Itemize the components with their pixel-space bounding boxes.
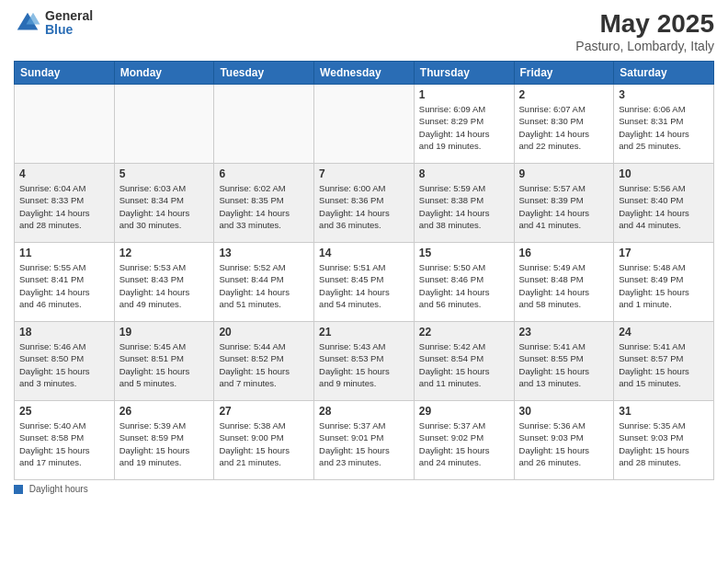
header-saturday: Saturday [614, 62, 714, 85]
cell-content: Sunrise: 5:48 AM Sunset: 8:49 PM Dayligh… [619, 261, 709, 310]
header-row: Sunday Monday Tuesday Wednesday Thursday… [15, 62, 714, 85]
day-number: 19 [119, 326, 210, 339]
day-number: 11 [19, 247, 109, 259]
calendar-cell: 11Sunrise: 5:55 AM Sunset: 8:41 PM Dayli… [15, 243, 115, 322]
calendar-cell: 7Sunrise: 6:00 AM Sunset: 8:36 PM Daylig… [314, 164, 415, 243]
cell-content: Sunrise: 5:52 AM Sunset: 8:44 PM Dayligh… [219, 261, 309, 310]
calendar-week-4: 25Sunrise: 5:40 AM Sunset: 8:58 PM Dayli… [15, 401, 714, 480]
footer: Daylight hours [14, 484, 714, 494]
day-number: 25 [19, 405, 109, 418]
day-number: 5 [119, 167, 210, 180]
calendar-cell: 20Sunrise: 5:44 AM Sunset: 8:52 PM Dayli… [214, 322, 314, 401]
day-number: 8 [419, 167, 509, 180]
day-number: 20 [219, 326, 309, 339]
calendar-cell: 25Sunrise: 5:40 AM Sunset: 8:58 PM Dayli… [15, 401, 115, 480]
calendar-cell: 22Sunrise: 5:42 AM Sunset: 8:54 PM Dayli… [414, 322, 514, 401]
header-monday: Monday [114, 62, 214, 85]
day-number: 21 [319, 326, 409, 339]
logo: General Blue [14, 9, 93, 38]
cell-content: Sunrise: 5:41 AM Sunset: 8:55 PM Dayligh… [519, 340, 609, 389]
day-number: 24 [619, 326, 709, 339]
logo-blue-text: Blue [45, 23, 93, 37]
calendar-table: Sunday Monday Tuesday Wednesday Thursday… [14, 61, 714, 480]
cell-content: Sunrise: 6:07 AM Sunset: 8:30 PM Dayligh… [519, 103, 609, 152]
cell-content: Sunrise: 5:37 AM Sunset: 9:01 PM Dayligh… [319, 419, 409, 468]
cell-content: Sunrise: 5:50 AM Sunset: 8:46 PM Dayligh… [419, 261, 509, 310]
day-number: 9 [519, 167, 609, 180]
calendar-cell: 5Sunrise: 6:03 AM Sunset: 8:34 PM Daylig… [114, 164, 214, 243]
day-number: 15 [419, 247, 509, 259]
cell-content: Sunrise: 5:36 AM Sunset: 9:03 PM Dayligh… [519, 419, 609, 468]
calendar-week-2: 11Sunrise: 5:55 AM Sunset: 8:41 PM Dayli… [15, 243, 714, 322]
calendar-cell: 2Sunrise: 6:07 AM Sunset: 8:30 PM Daylig… [514, 85, 614, 164]
calendar-cell: 13Sunrise: 5:52 AM Sunset: 8:44 PM Dayli… [214, 243, 314, 322]
subtitle: Pasturo, Lombardy, Italy [575, 39, 714, 53]
calendar-cell: 16Sunrise: 5:49 AM Sunset: 8:48 PM Dayli… [514, 243, 614, 322]
day-number: 3 [619, 88, 709, 101]
cell-content: Sunrise: 5:41 AM Sunset: 8:57 PM Dayligh… [619, 340, 709, 389]
day-number: 6 [219, 167, 309, 180]
main-title: May 2025 [575, 9, 714, 39]
footer-label: Daylight hours [29, 484, 88, 494]
calendar-cell [314, 85, 415, 164]
cell-content: Sunrise: 5:56 AM Sunset: 8:40 PM Dayligh… [619, 182, 709, 231]
calendar-cell: 8Sunrise: 5:59 AM Sunset: 8:38 PM Daylig… [414, 164, 514, 243]
cell-content: Sunrise: 5:51 AM Sunset: 8:45 PM Dayligh… [319, 261, 409, 310]
calendar-week-0: 1Sunrise: 6:09 AM Sunset: 8:29 PM Daylig… [15, 85, 714, 164]
cell-content: Sunrise: 5:53 AM Sunset: 8:43 PM Dayligh… [119, 261, 210, 310]
calendar-cell: 27Sunrise: 5:38 AM Sunset: 9:00 PM Dayli… [214, 401, 314, 480]
header-thursday: Thursday [414, 62, 514, 85]
cell-content: Sunrise: 5:40 AM Sunset: 8:58 PM Dayligh… [19, 419, 109, 468]
cell-content: Sunrise: 5:44 AM Sunset: 8:52 PM Dayligh… [219, 340, 309, 389]
cell-content: Sunrise: 6:06 AM Sunset: 8:31 PM Dayligh… [619, 103, 709, 152]
header-tuesday: Tuesday [214, 62, 314, 85]
cell-content: Sunrise: 5:39 AM Sunset: 8:59 PM Dayligh… [119, 419, 210, 468]
page: General Blue May 2025 Pasturo, Lombardy,… [0, 0, 728, 563]
calendar-cell: 23Sunrise: 5:41 AM Sunset: 8:55 PM Dayli… [514, 322, 614, 401]
calendar-cell: 1Sunrise: 6:09 AM Sunset: 8:29 PM Daylig… [414, 85, 514, 164]
calendar-cell [114, 85, 214, 164]
day-number: 31 [619, 405, 709, 418]
calendar-cell: 24Sunrise: 5:41 AM Sunset: 8:57 PM Dayli… [614, 322, 714, 401]
day-number: 10 [619, 167, 709, 180]
cell-content: Sunrise: 5:55 AM Sunset: 8:41 PM Dayligh… [19, 261, 109, 310]
calendar-week-1: 4Sunrise: 6:04 AM Sunset: 8:33 PM Daylig… [15, 164, 714, 243]
day-number: 18 [19, 326, 109, 339]
day-number: 26 [119, 405, 210, 418]
calendar-cell: 17Sunrise: 5:48 AM Sunset: 8:49 PM Dayli… [614, 243, 714, 322]
calendar-cell: 18Sunrise: 5:46 AM Sunset: 8:50 PM Dayli… [15, 322, 115, 401]
calendar-cell: 15Sunrise: 5:50 AM Sunset: 8:46 PM Dayli… [414, 243, 514, 322]
cell-content: Sunrise: 5:45 AM Sunset: 8:51 PM Dayligh… [119, 340, 210, 389]
calendar-cell: 12Sunrise: 5:53 AM Sunset: 8:43 PM Dayli… [114, 243, 214, 322]
calendar-cell: 3Sunrise: 6:06 AM Sunset: 8:31 PM Daylig… [614, 85, 714, 164]
calendar-cell: 4Sunrise: 6:04 AM Sunset: 8:33 PM Daylig… [15, 164, 115, 243]
title-block: May 2025 Pasturo, Lombardy, Italy [575, 9, 714, 53]
cell-content: Sunrise: 5:37 AM Sunset: 9:02 PM Dayligh… [419, 419, 509, 468]
day-number: 7 [319, 167, 409, 180]
day-number: 12 [119, 247, 210, 259]
calendar-cell [214, 85, 314, 164]
day-number: 22 [419, 326, 509, 339]
calendar-cell: 28Sunrise: 5:37 AM Sunset: 9:01 PM Dayli… [314, 401, 415, 480]
calendar-cell: 31Sunrise: 5:35 AM Sunset: 9:03 PM Dayli… [614, 401, 714, 480]
logo-general-text: General [45, 9, 93, 23]
cell-content: Sunrise: 6:00 AM Sunset: 8:36 PM Dayligh… [319, 182, 409, 231]
calendar-cell: 6Sunrise: 6:02 AM Sunset: 8:35 PM Daylig… [214, 164, 314, 243]
calendar-cell: 30Sunrise: 5:36 AM Sunset: 9:03 PM Dayli… [514, 401, 614, 480]
cell-content: Sunrise: 6:02 AM Sunset: 8:35 PM Dayligh… [219, 182, 309, 231]
footer-dot [14, 485, 23, 494]
header-friday: Friday [514, 62, 614, 85]
cell-content: Sunrise: 5:59 AM Sunset: 8:38 PM Dayligh… [419, 182, 509, 231]
cell-content: Sunrise: 6:04 AM Sunset: 8:33 PM Dayligh… [19, 182, 109, 231]
calendar-cell: 21Sunrise: 5:43 AM Sunset: 8:53 PM Dayli… [314, 322, 415, 401]
calendar-cell [15, 85, 115, 164]
day-number: 4 [19, 167, 109, 180]
logo-text: General Blue [45, 9, 93, 38]
day-number: 2 [519, 88, 609, 101]
calendar-cell: 10Sunrise: 5:56 AM Sunset: 8:40 PM Dayli… [614, 164, 714, 243]
calendar-cell: 26Sunrise: 5:39 AM Sunset: 8:59 PM Dayli… [114, 401, 214, 480]
day-number: 23 [519, 326, 609, 339]
header: General Blue May 2025 Pasturo, Lombardy,… [14, 9, 714, 53]
cell-content: Sunrise: 5:38 AM Sunset: 9:00 PM Dayligh… [219, 419, 309, 468]
day-number: 27 [219, 405, 309, 418]
